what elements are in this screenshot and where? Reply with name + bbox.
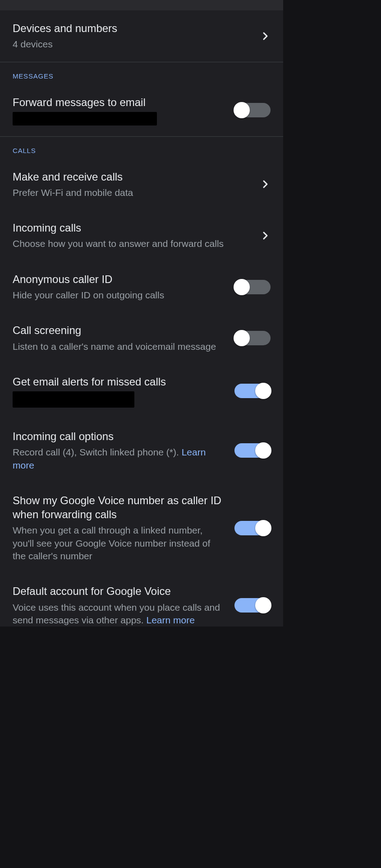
row-text: Devices and numbers 4 devices [13, 21, 260, 51]
incoming-calls-row[interactable]: Incoming calls Choose how you want to an… [0, 210, 283, 261]
chevron-right-icon [260, 179, 271, 190]
make-receive-calls-row[interactable]: Make and receive calls Prefer Wi-Fi and … [0, 159, 283, 210]
call-screening-row[interactable]: Call screening Listen to a caller's name… [0, 312, 283, 364]
anon-subtitle: Hide your caller ID on outgoing calls [13, 289, 225, 302]
devices-subtitle: 4 devices [13, 38, 251, 51]
messages-section-header: MESSAGES [0, 62, 283, 84]
devices-title: Devices and numbers [13, 21, 251, 35]
missed-title: Get email alerts for missed calls [13, 375, 225, 389]
options-subtitle-text: Record call (4), Switch linked phone (*)… [13, 447, 182, 457]
screening-title: Call screening [13, 323, 225, 337]
row-text: Incoming call options Record call (4), S… [13, 429, 234, 472]
top-bar [0, 0, 283, 10]
default-subtitle: Voice uses this account when you place c… [13, 601, 225, 627]
show-gv-callerid-row[interactable]: Show my Google Voice number as caller ID… [0, 483, 283, 573]
calls-section-header: CALLS [0, 137, 283, 159]
options-subtitle: Record call (4), Switch linked phone (*)… [13, 446, 225, 472]
default-account-toggle[interactable] [234, 598, 271, 613]
anonymous-caller-id-toggle[interactable] [234, 280, 271, 294]
make-calls-subtitle: Prefer Wi-Fi and mobile data [13, 186, 251, 199]
show-gv-callerid-toggle[interactable] [234, 521, 271, 535]
row-text: Forward messages to email [13, 95, 234, 125]
callerid-subtitle: When you get a call through a linked num… [13, 524, 225, 562]
call-screening-toggle[interactable] [234, 331, 271, 345]
row-text: Incoming calls Choose how you want to an… [13, 221, 260, 251]
row-text: Anonymous caller ID Hide your caller ID … [13, 272, 234, 302]
row-text: Make and receive calls Prefer Wi-Fi and … [13, 170, 260, 200]
learn-more-link[interactable]: Learn more [147, 615, 195, 625]
chevron-right-icon [260, 230, 271, 241]
default-account-row[interactable]: Default account for Google Voice Voice u… [0, 573, 283, 627]
row-text: Default account for Google Voice Voice u… [13, 584, 234, 627]
callerid-title: Show my Google Voice number as caller ID… [13, 493, 225, 521]
options-title: Incoming call options [13, 429, 225, 443]
row-text: Show my Google Voice number as caller ID… [13, 493, 234, 562]
make-calls-title: Make and receive calls [13, 170, 251, 184]
forward-messages-row[interactable]: Forward messages to email [0, 84, 283, 136]
incoming-calls-subtitle: Choose how you want to answer and forwar… [13, 237, 251, 250]
missed-call-alerts-row[interactable]: Get email alerts for missed calls [0, 364, 283, 418]
incoming-calls-title: Incoming calls [13, 221, 251, 235]
settings-panel: Devices and numbers 4 devices MESSAGES F… [0, 0, 283, 627]
incoming-call-options-toggle[interactable] [234, 443, 271, 458]
screening-subtitle: Listen to a caller's name and voicemail … [13, 340, 225, 353]
row-text: Call screening Listen to a caller's name… [13, 323, 234, 353]
incoming-call-options-row[interactable]: Incoming call options Record call (4), S… [0, 418, 283, 483]
missed-call-alerts-toggle[interactable] [234, 384, 271, 398]
anon-title: Anonymous caller ID [13, 272, 225, 286]
default-title: Default account for Google Voice [13, 584, 225, 598]
forward-messages-toggle[interactable] [234, 103, 271, 117]
chevron-right-icon [260, 31, 271, 42]
row-text: Get email alerts for missed calls [13, 375, 234, 408]
redacted-email [13, 391, 134, 408]
forward-messages-title: Forward messages to email [13, 95, 225, 109]
devices-and-numbers-row[interactable]: Devices and numbers 4 devices [0, 10, 283, 62]
redacted-email [13, 112, 157, 125]
anonymous-caller-id-row[interactable]: Anonymous caller ID Hide your caller ID … [0, 261, 283, 313]
